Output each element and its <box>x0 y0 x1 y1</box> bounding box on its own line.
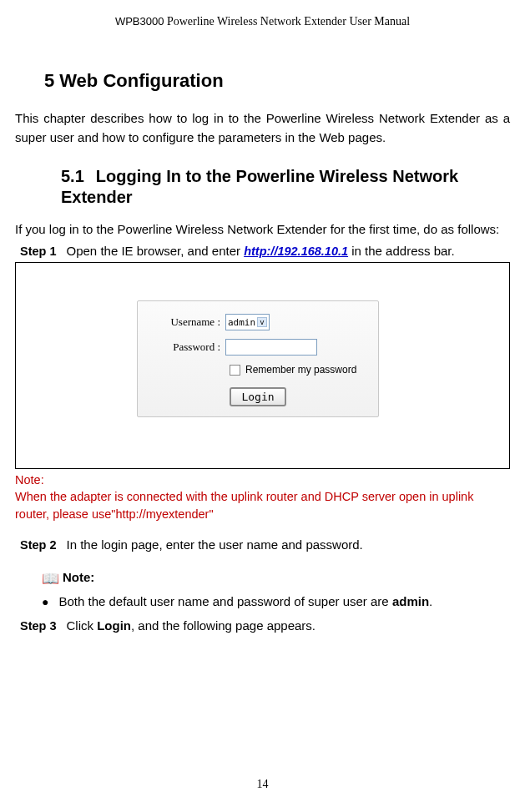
step-3-bold: Login <box>97 618 131 633</box>
chevron-down-icon: v <box>257 317 266 327</box>
note-label: Note: <box>63 570 94 584</box>
bullet-icon: ● <box>42 593 48 611</box>
username-select[interactable]: admin v <box>225 314 270 330</box>
step-1-after: in the address bar. <box>348 244 455 258</box>
step-3: Step 3Click Login, and the following pag… <box>20 617 510 634</box>
note-bullet-after: . <box>429 594 432 608</box>
note-bullet-bold: admin <box>392 594 429 608</box>
step-3-after: , and the following page appears. <box>131 618 316 633</box>
step-1-before: Open the IE browser, and enter <box>67 244 245 258</box>
step-2-text: In the login page, enter the user name a… <box>67 537 363 552</box>
password-label: Password : <box>146 340 225 354</box>
login-button[interactable]: Login <box>230 387 285 406</box>
section-title-line2: Extender <box>61 187 510 208</box>
page-number: 14 <box>0 778 525 791</box>
step-3-label: Step 3 <box>20 619 57 633</box>
note-bullet-text: Both the default user name and password … <box>58 594 391 608</box>
note-red: Note: When the adapter is connected with… <box>15 472 510 522</box>
chapter-title: Web Configuration <box>59 70 223 91</box>
book-icon: 📖 <box>42 571 59 587</box>
remember-row: Remember my password <box>146 364 370 376</box>
note-bullet: ●Both the default user name and password… <box>42 593 510 612</box>
note-block: 📖Note: <box>42 570 510 588</box>
section-number: 5.1 <box>61 167 84 185</box>
step-2: Step 2In the login page, enter the user … <box>20 536 510 553</box>
username-row: Username : admin v <box>146 314 370 330</box>
note-red-line2: When the adapter is connected with the u… <box>15 488 510 522</box>
username-value: admin <box>228 317 255 328</box>
note-red-line1: Note: <box>15 472 510 488</box>
username-label: Username : <box>146 315 225 329</box>
section-intro: If you log in to the Powerline Wireless … <box>15 219 510 239</box>
remember-label: Remember my password <box>245 364 356 376</box>
page-header: WPB3000 Powerline Wireless Network Exten… <box>15 15 510 28</box>
ip-link[interactable]: http://192.168.10.1 <box>244 245 348 258</box>
remember-checkbox[interactable] <box>230 365 240 376</box>
chapter-intro: This chapter describes how to log in to … <box>15 108 510 148</box>
chapter-heading: 5Web Configuration <box>44 70 510 92</box>
step-3-before: Click <box>67 618 98 633</box>
password-input[interactable] <box>225 339 317 356</box>
login-button-row: Login <box>146 387 370 406</box>
step-2-label: Step 2 <box>20 538 57 552</box>
section-title-line1: Logging In to the Powerline Wireless Net… <box>96 167 458 185</box>
login-screenshot: Username : admin v Password : Remember m… <box>15 262 510 469</box>
login-panel: Username : admin v Password : Remember m… <box>137 300 379 417</box>
section-heading: 5.1Logging In to the Powerline Wireless … <box>61 166 510 208</box>
password-row: Password : <box>146 339 370 356</box>
manual-title: Powerline Wireless Network Extender User… <box>164 15 410 28</box>
product-code: WPB3000 <box>115 15 164 28</box>
chapter-number: 5 <box>44 70 54 91</box>
step-1-label: Step 1 <box>20 245 57 258</box>
step-1: Step 1Open the IE browser, and enter htt… <box>20 242 510 260</box>
